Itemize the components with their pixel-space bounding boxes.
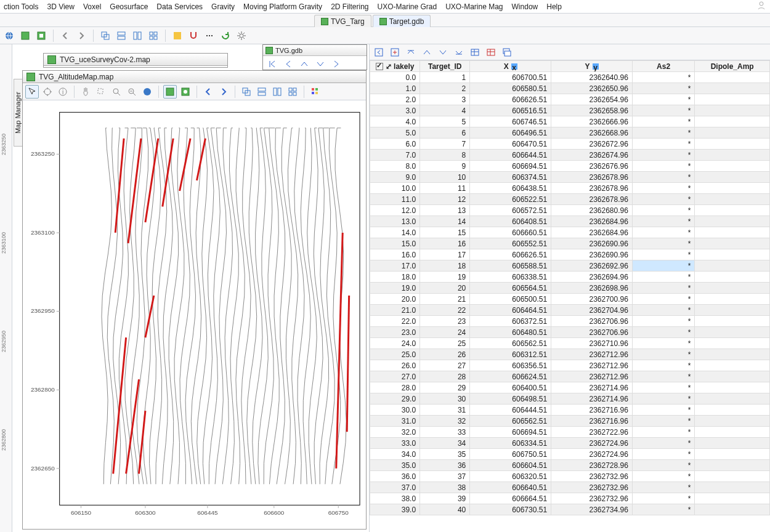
cell[interactable] [695,283,770,294]
cell[interactable]: * [632,172,694,183]
col-header-as2[interactable]: As2 [632,61,694,72]
pan-icon[interactable] [79,85,92,99]
col-header-lakely[interactable]: ⤢ lakely [370,61,420,72]
table-row[interactable]: 28.029606400.512362714.96* [370,382,770,393]
cell[interactable]: * [632,205,694,216]
cell[interactable] [695,316,770,327]
cell[interactable] [695,305,770,316]
cell[interactable]: 2362678.96 [551,183,633,194]
cell[interactable]: 11 [420,183,470,194]
down-arrow-icon[interactable] [436,46,450,59]
table-row[interactable]: 22.023606372.512362706.96* [370,316,770,327]
cell[interactable]: 13.0 [370,216,420,227]
cell[interactable]: 606572.51 [470,205,551,216]
tile-grid-icon[interactable] [147,29,160,42]
cell[interactable] [695,127,770,139]
cell[interactable]: 16.0 [370,249,420,260]
magnet-icon[interactable] [187,29,200,42]
dots-icon[interactable] [203,29,216,42]
table-red-icon[interactable] [484,46,498,59]
cell[interactable]: 606730.51 [470,504,551,515]
cell[interactable]: 37 [420,471,470,482]
cell[interactable]: 606334.51 [470,438,551,449]
cell[interactable] [695,471,770,482]
cell[interactable]: 12.0 [370,205,420,216]
cell[interactable] [695,360,770,371]
prev-icon[interactable] [201,85,215,99]
cell[interactable] [695,83,770,94]
cell[interactable]: 606408.51 [470,216,551,227]
cell[interactable]: 606604.51 [470,460,551,471]
table-row[interactable]: 16.017606626.512362690.96* [370,249,770,260]
cell[interactable]: 2362684.96 [551,216,633,227]
cell[interactable]: 36.0 [370,471,420,482]
cell[interactable]: 2362690.96 [551,249,633,260]
cell[interactable]: * [632,150,694,161]
cell[interactable]: 5 [420,116,470,127]
cell[interactable]: 19 [420,272,470,283]
cell[interactable]: 15 [420,227,470,238]
cell[interactable]: 606660.51 [470,227,551,238]
first-rec-icon[interactable] [372,46,386,59]
cell[interactable]: * [632,139,694,150]
cell[interactable]: 8.0 [370,161,420,172]
cell[interactable]: 606562.51 [470,338,551,349]
cell[interactable]: 2362732.96 [551,482,633,493]
cell[interactable] [695,105,770,116]
cascade-icon[interactable] [99,29,112,42]
add-rec-icon[interactable] [388,46,402,59]
cell[interactable]: * [632,194,694,205]
cell[interactable]: 13 [420,205,470,216]
zoom-out-icon[interactable] [125,85,139,99]
cell[interactable]: * [632,161,694,172]
cell[interactable]: 2362706.96 [551,327,633,338]
cell[interactable]: 2362680.96 [551,205,633,216]
table-row[interactable]: 8.09606694.512362676.96* [370,161,770,172]
table-row[interactable]: 37.038606640.512362732.96* [370,482,770,493]
cell[interactable] [695,260,770,272]
table-row[interactable]: 21.022606464.512362704.96* [370,305,770,316]
cell[interactable]: * [632,327,694,338]
cell[interactable]: 9.0 [370,172,420,183]
table-row[interactable]: 2.03606626.512362654.96* [370,94,770,105]
cell[interactable]: 2362712.96 [551,360,633,371]
cell[interactable]: * [632,283,694,294]
cell[interactable]: * [632,294,694,305]
cell[interactable]: 6.0 [370,139,420,150]
cell[interactable]: 21 [420,294,470,305]
cell[interactable]: 37.0 [370,482,420,493]
first-record-icon[interactable] [265,57,279,71]
cell[interactable]: * [632,227,694,238]
cell[interactable]: 38.0 [370,493,420,504]
table-row[interactable]: 20.021606500.512362700.96* [370,294,770,305]
cell[interactable]: 606338.51 [470,272,551,283]
menu-ction-tools[interactable]: ction Tools [4,2,38,11]
cell[interactable]: 4.0 [370,116,420,127]
map-green2-icon[interactable] [34,29,48,42]
win-tile-v-icon[interactable] [270,85,284,99]
cell[interactable]: 20 [420,283,470,294]
cell[interactable]: * [632,94,694,105]
cell[interactable]: 33.0 [370,438,420,449]
cell[interactable]: 606372.51 [470,316,551,327]
cell[interactable]: 2362684.96 [551,227,633,238]
cell[interactable]: 606500.51 [470,294,551,305]
cell[interactable] [695,227,770,238]
cell[interactable]: 7.0 [370,150,420,161]
collapse-down-icon[interactable] [452,46,466,59]
cell[interactable]: 606694.51 [470,427,551,438]
user-icon[interactable] [756,1,766,12]
menu-2d-filtering[interactable]: 2D Filtering [331,2,368,11]
cell[interactable]: 606320.51 [470,471,551,482]
cell[interactable]: 606498.51 [470,393,551,405]
table-row[interactable]: 13.014606408.512362684.96* [370,216,770,227]
table-row[interactable]: 31.032606562.512362716.96* [370,416,770,427]
win-tile-h-icon[interactable] [255,85,269,99]
cell[interactable]: * [632,183,694,194]
project-explorer-collapsed[interactable]: 2363250236310023629502362800 [0,44,12,532]
cell[interactable]: 25 [420,338,470,349]
cell[interactable]: 11.0 [370,194,420,205]
down-icon[interactable] [314,57,327,71]
cell[interactable] [695,327,770,338]
cell[interactable] [695,393,770,405]
